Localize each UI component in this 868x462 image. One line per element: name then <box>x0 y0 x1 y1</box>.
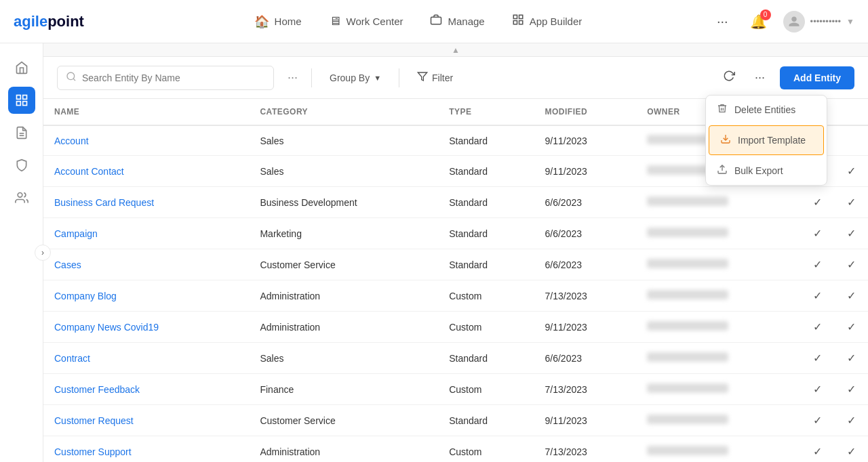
entity-category-cell: Sales <box>249 125 438 156</box>
notification-button[interactable]: 🔔 0 <box>745 8 772 35</box>
entity-link[interactable]: Cases <box>54 259 81 270</box>
entity-check2-cell: ✓ <box>834 187 868 218</box>
more-options-button[interactable]: ··· <box>748 66 772 89</box>
svg-rect-7 <box>16 102 20 106</box>
entity-name-cell: Customer Feedback <box>43 374 249 405</box>
dropdown-item-import[interactable]: Import Template <box>709 125 824 155</box>
sidebar-item-users[interactable] <box>8 184 35 211</box>
entity-check2-cell: ✓ <box>834 280 868 312</box>
check-icon-1: ✓ <box>813 321 822 333</box>
owner-value <box>647 196 728 206</box>
entity-type-cell: Standard <box>438 218 534 249</box>
sidebar-collapse-button[interactable]: › <box>35 245 51 261</box>
entity-link[interactable]: Customer Request <box>54 415 134 426</box>
svg-rect-0 <box>431 17 441 24</box>
nav-more-button[interactable]: ··· <box>711 8 734 35</box>
dropdown-item-export[interactable]: Bulk Export <box>706 156 827 185</box>
search-box <box>57 66 274 90</box>
import-template-label: Import Template <box>738 135 806 146</box>
entity-category-cell: Sales <box>249 156 438 187</box>
entity-owner-cell <box>636 374 800 405</box>
entity-link[interactable]: Business Card Request <box>54 197 154 208</box>
entity-type-cell: Standard <box>438 343 534 374</box>
entity-link[interactable]: Customer Feedback <box>54 384 140 395</box>
entity-check2-cell: ✓ <box>834 156 868 187</box>
dropdown-item-delete[interactable]: Delete Entities <box>706 96 827 124</box>
nav-item-appbuilder-label: App Builder <box>530 16 583 27</box>
entity-check1-cell: ✓ <box>800 405 834 436</box>
check-icon-1: ✓ <box>813 446 822 457</box>
entity-modified-cell: 7/13/2023 <box>534 374 637 405</box>
entity-type-cell: Custom <box>438 280 534 312</box>
group-by-label: Group By <box>330 72 370 83</box>
sidebar-item-home[interactable] <box>8 54 35 81</box>
entity-link[interactable]: Customer Support <box>54 446 132 457</box>
sidebar-item-entities[interactable] <box>8 87 35 114</box>
entity-modified-cell: 9/11/2023 <box>534 156 637 187</box>
check-icon-2: ✓ <box>847 321 856 333</box>
nav-item-appbuilder[interactable]: App Builder <box>501 8 593 35</box>
search-more-button[interactable]: ··· <box>282 68 303 87</box>
toolbar: ··· Group By ▼ Filter ··· Add Entity <box>43 57 868 99</box>
entity-modified-cell: 7/13/2023 <box>534 280 637 312</box>
entity-check2-cell <box>834 125 868 156</box>
nav-item-home[interactable]: 🏠 Home <box>243 9 313 35</box>
group-by-button[interactable]: Group By ▼ <box>320 68 391 88</box>
collapse-bar[interactable]: ▲ <box>43 43 868 57</box>
svg-rect-6 <box>22 96 26 100</box>
entity-owner-cell <box>636 436 800 463</box>
monitor-icon: 🖥 <box>329 14 341 28</box>
entity-link[interactable]: Account Contact <box>54 166 124 177</box>
entity-link[interactable]: Account <box>54 135 89 146</box>
entity-link[interactable]: Contract <box>54 353 90 364</box>
user-avatar <box>783 11 805 33</box>
entity-check1-cell: ✓ <box>800 218 834 249</box>
table-row: Company Blog Administration Custom 7/13/… <box>43 280 868 312</box>
info-icon-area: ℹ <box>852 43 857 46</box>
nav-item-workcenter[interactable]: 🖥 Work Center <box>318 9 414 34</box>
entity-check1-cell: ✓ <box>800 374 834 405</box>
entity-category-cell: Finance <box>249 374 438 405</box>
entity-link[interactable]: Campaign <box>54 228 98 239</box>
entity-name-cell: Business Card Request <box>43 187 249 218</box>
entity-check2-cell: ✓ <box>834 218 868 249</box>
sidebar-item-reports[interactable] <box>8 119 35 146</box>
refresh-button[interactable] <box>718 65 740 90</box>
entity-check1-cell: ✓ <box>800 280 834 312</box>
entity-category-cell: Administration <box>249 436 438 463</box>
chevron-up-icon: ▲ <box>452 45 460 55</box>
check-icon-2: ✓ <box>847 196 856 208</box>
svg-rect-2 <box>519 15 522 18</box>
info-icon[interactable]: ℹ <box>852 43 857 45</box>
user-menu[interactable]: •••••••••• ▼ <box>783 11 854 33</box>
entity-name-cell: Cases <box>43 249 249 280</box>
logo[interactable]: agilepoint <box>14 13 84 30</box>
entity-category-cell: Business Development <box>249 187 438 218</box>
filter-button[interactable]: Filter <box>408 66 462 89</box>
entity-modified-cell: 6/6/2023 <box>534 218 637 249</box>
entity-name-cell: Campaign <box>43 218 249 249</box>
check-icon-2: ✓ <box>847 383 856 395</box>
svg-marker-14 <box>418 72 427 81</box>
entity-link[interactable]: Company News Covid19 <box>54 322 159 333</box>
user-name-label: •••••••••• <box>810 16 842 26</box>
add-entity-button[interactable]: Add Entity <box>780 66 854 89</box>
toolbar-divider-2 <box>399 68 399 87</box>
nav-item-manage[interactable]: Manage <box>419 8 495 35</box>
export-icon <box>717 164 728 177</box>
check-icon-2: ✓ <box>847 259 856 270</box>
svg-point-11 <box>18 193 22 198</box>
entity-check1-cell: ✓ <box>800 343 834 374</box>
search-input[interactable] <box>82 72 265 83</box>
entity-link[interactable]: Company Blog <box>54 291 117 301</box>
owner-value <box>647 415 728 424</box>
filter-icon <box>417 71 428 84</box>
entity-category-cell: Customer Service <box>249 249 438 280</box>
entity-owner-cell <box>636 280 800 312</box>
nav-item-manage-label: Manage <box>448 16 484 27</box>
check-icon-1: ✓ <box>813 383 822 395</box>
svg-rect-5 <box>16 96 20 100</box>
owner-value <box>647 352 728 362</box>
entity-modified-cell: 7/13/2023 <box>534 436 637 463</box>
sidebar-item-security[interactable] <box>8 152 35 179</box>
